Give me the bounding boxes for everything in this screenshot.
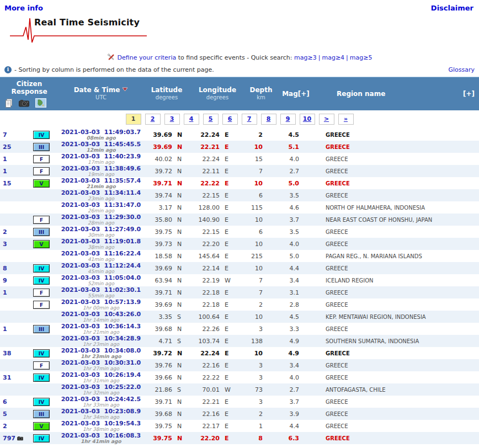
magnitude-value: 3.9 bbox=[267, 410, 302, 418]
event-datetime-link[interactable]: 2021-03-03 10:16:08.31hr 41min ago bbox=[60, 433, 142, 444]
page-button-10[interactable]: 10 bbox=[300, 114, 315, 125]
define-criteria-link[interactable]: Define your criteria bbox=[118, 54, 177, 61]
longitude-value: 22.26 bbox=[185, 326, 221, 333]
event-datetime-link[interactable]: 2021-03-03 11:02:30.155min ago bbox=[60, 287, 142, 298]
page-button-9[interactable]: 9 bbox=[280, 114, 296, 125]
page-button-4[interactable]: 4 bbox=[184, 114, 199, 125]
magnitude-value: 4.9 bbox=[267, 338, 302, 345]
date-time-label: Date & Time bbox=[74, 86, 120, 94]
latitude-value: 39.72 bbox=[142, 168, 173, 175]
depth-value: 2 bbox=[233, 131, 267, 138]
event-datetime-link[interactable]: 2021-03-03 10:36:14.31hr 21min ago bbox=[60, 323, 142, 335]
latitude-label: Latitude bbox=[151, 86, 183, 94]
page-button-7[interactable]: 7 bbox=[242, 114, 257, 125]
depth-value: 3 bbox=[233, 374, 267, 381]
event-datetime-link[interactable]: 2021-03-03 11:40:23.917min ago bbox=[60, 153, 142, 165]
intensity-badge[interactable]: F bbox=[33, 155, 50, 163]
intensity-badge[interactable]: F bbox=[33, 216, 50, 224]
page-button-3[interactable]: 3 bbox=[164, 114, 180, 125]
depth-value: 115 bbox=[233, 204, 267, 211]
column-date-time[interactable]: Date & Time UTC bbox=[60, 86, 142, 102]
event-datetime-link[interactable]: 2021-03-03 10:30:31.01hr 27min ago bbox=[60, 360, 142, 371]
quick-search-mag5[interactable]: mag≥5 bbox=[350, 54, 372, 61]
glossary-link[interactable]: Glossary bbox=[448, 66, 475, 73]
event-datetime-link[interactable]: 2021-03-03 10:23:08.91hr 34min ago bbox=[60, 408, 142, 420]
latitude-dir: N bbox=[173, 253, 185, 260]
intensity-badge[interactable]: IV bbox=[33, 276, 50, 285]
testimonies-icon[interactable] bbox=[6, 99, 13, 108]
intensity-badge[interactable]: F bbox=[33, 361, 50, 370]
page-button-next[interactable]: > bbox=[319, 114, 334, 125]
page-button-2[interactable]: 2 bbox=[145, 114, 161, 125]
event-datetime-link[interactable]: 2021-03-03 10:19:54.31hr 38min ago bbox=[60, 420, 142, 432]
region-name: GREECE bbox=[302, 144, 458, 150]
column-latitude[interactable]: Latitude degrees bbox=[142, 86, 191, 102]
intensity-badge[interactable]: III bbox=[33, 325, 50, 333]
map-icon[interactable] bbox=[35, 98, 46, 108]
event-datetime-link[interactable]: 2021-03-03 11:35:57.421min ago bbox=[60, 178, 142, 189]
photos-icon[interactable] bbox=[19, 99, 29, 107]
longitude-dir: E bbox=[221, 423, 233, 430]
intensity-badge[interactable]: IV bbox=[33, 398, 50, 406]
event-datetime-link[interactable]: 2021-03-03 10:25:22.01hr 32min ago bbox=[60, 384, 142, 396]
intensity-badge[interactable]: III bbox=[33, 143, 50, 151]
page-button-last[interactable]: » bbox=[338, 114, 354, 125]
table-rows: 7IV2021-03-03 11:49:03.708min ago39.69N2… bbox=[0, 129, 479, 444]
latitude-dir: N bbox=[173, 143, 185, 151]
page-button-8[interactable]: 8 bbox=[261, 114, 276, 125]
latitude-value: 39.71 bbox=[142, 180, 173, 187]
column-magnitude[interactable]: Mag[+] bbox=[278, 90, 313, 98]
event-datetime-link[interactable]: 2021-03-03 10:57:13.91hr 00min ago bbox=[60, 299, 142, 311]
event-datetime-link[interactable]: 2021-03-03 11:45:45.512min ago bbox=[60, 141, 142, 153]
region-name: GREECE bbox=[302, 241, 458, 247]
intensity-badge[interactable]: V bbox=[33, 422, 50, 430]
intensity-badge[interactable]: V bbox=[33, 240, 50, 248]
intensity-badge[interactable]: IV bbox=[33, 349, 50, 358]
longitude-value: 22.14 bbox=[185, 265, 221, 272]
intensity-badge[interactable]: IV bbox=[33, 264, 50, 273]
intensity-badge[interactable]: F bbox=[33, 167, 50, 175]
event-datetime-link[interactable]: 2021-03-03 10:26:19.41hr 31min ago bbox=[60, 372, 142, 383]
sort-desc-icon bbox=[122, 87, 128, 92]
event-datetime-link[interactable]: 2021-03-03 11:19:01.838min ago bbox=[60, 238, 142, 250]
intensity-cell: III bbox=[23, 325, 60, 333]
page-button-current[interactable]: 1 bbox=[126, 114, 141, 125]
intensity-badge[interactable]: IV bbox=[33, 434, 50, 442]
column-depth[interactable]: Depth km bbox=[244, 86, 278, 102]
more-info-link[interactable]: More info bbox=[4, 4, 43, 12]
column-region[interactable]: Region name bbox=[313, 90, 458, 98]
table-row: F2021-03-03 10:57:13.91hr 00min ago39.69… bbox=[0, 298, 479, 311]
event-datetime-link[interactable]: 2021-03-03 11:29:30.028min ago bbox=[60, 214, 142, 226]
event-datetime-link[interactable]: 2021-03-03 11:05:04.052min ago bbox=[60, 275, 142, 286]
event-datetime-link[interactable]: 2021-03-03 11:12:24.445min ago bbox=[60, 263, 142, 274]
citizen-count: 5 bbox=[0, 410, 23, 418]
event-datetime-link[interactable]: 2021-03-03 11:34:11.423min ago bbox=[60, 190, 142, 201]
event-datetime-link[interactable]: 2021-03-03 11:16:22.441min ago bbox=[60, 250, 142, 262]
longitude-dir: E bbox=[221, 410, 233, 418]
intensity-badge[interactable]: F bbox=[33, 301, 50, 309]
quick-search-mag4[interactable]: mag≥4 bbox=[322, 54, 344, 61]
column-expand[interactable]: [+] bbox=[458, 90, 479, 98]
intensity-badge[interactable]: V bbox=[33, 179, 50, 188]
intensity-badge[interactable]: IV bbox=[33, 131, 50, 139]
disclaimer-link[interactable]: Disclaimer bbox=[431, 4, 473, 12]
intensity-cell: IV bbox=[23, 276, 60, 285]
event-datetime-link[interactable]: 2021-03-03 10:24:42.51hr 33min ago bbox=[60, 396, 142, 408]
intensity-badge[interactable]: F bbox=[33, 289, 50, 297]
event-datetime-link[interactable]: 2021-03-03 10:34:28.91hr 23min ago bbox=[60, 335, 142, 347]
intensity-badge[interactable]: III bbox=[33, 228, 50, 236]
event-datetime-link[interactable]: 2021-03-03 10:43:26.01hr 14min ago bbox=[60, 311, 142, 323]
event-datetime-link[interactable]: 2021-03-03 11:49:03.708min ago bbox=[60, 129, 142, 141]
page-button-5[interactable]: 5 bbox=[203, 114, 219, 125]
intensity-badge[interactable]: IV bbox=[33, 374, 50, 382]
intensity-badge[interactable]: III bbox=[33, 410, 50, 418]
event-datetime-link[interactable]: 2021-03-03 11:27:49.030min ago bbox=[60, 226, 142, 238]
longitude-value: 22.11 bbox=[185, 168, 221, 175]
page-button-6[interactable]: 6 bbox=[222, 114, 238, 125]
citizen-count: 31 bbox=[0, 374, 23, 381]
event-datetime-link[interactable]: 2021-03-03 10:34:08.01hr 23min ago bbox=[60, 348, 142, 359]
quick-search-mag3[interactable]: mag≥3 bbox=[294, 54, 317, 61]
event-datetime-link[interactable]: 2021-03-03 11:31:47.026min ago bbox=[60, 202, 142, 214]
column-longitude[interactable]: Longitude degrees bbox=[191, 86, 244, 102]
event-datetime-link[interactable]: 2021-03-03 11:38:49.619min ago bbox=[60, 166, 142, 177]
